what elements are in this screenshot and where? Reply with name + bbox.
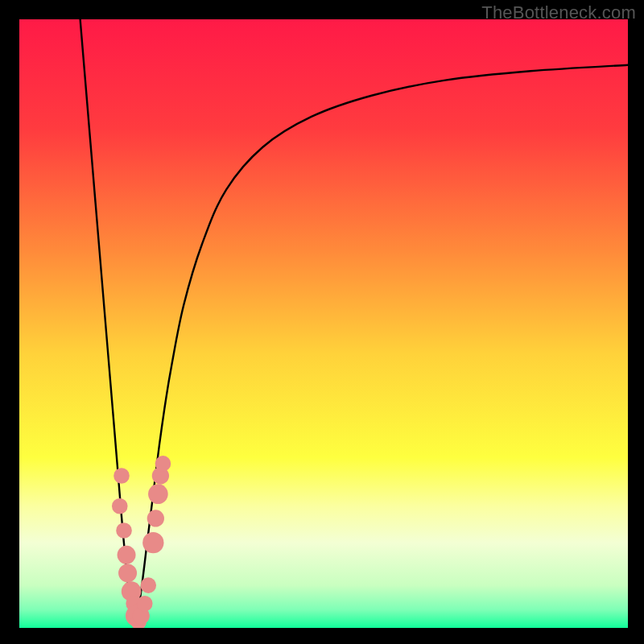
data-marker bbox=[155, 456, 171, 472]
bottleneck-curve bbox=[80, 19, 628, 628]
plot-area bbox=[19, 19, 628, 628]
watermark-text: TheBottleneck.com bbox=[481, 2, 636, 23]
data-markers bbox=[112, 456, 171, 628]
data-marker bbox=[137, 596, 153, 612]
data-marker bbox=[140, 577, 156, 593]
data-marker bbox=[118, 564, 137, 582]
data-marker bbox=[112, 498, 128, 514]
chart-frame: TheBottleneck.com bbox=[0, 0, 644, 644]
data-marker bbox=[118, 546, 136, 564]
data-marker bbox=[147, 510, 164, 526]
data-marker bbox=[116, 522, 132, 539]
data-marker bbox=[142, 532, 163, 553]
data-marker bbox=[114, 468, 130, 484]
curve-layer bbox=[19, 19, 628, 628]
data-marker bbox=[148, 484, 168, 504]
